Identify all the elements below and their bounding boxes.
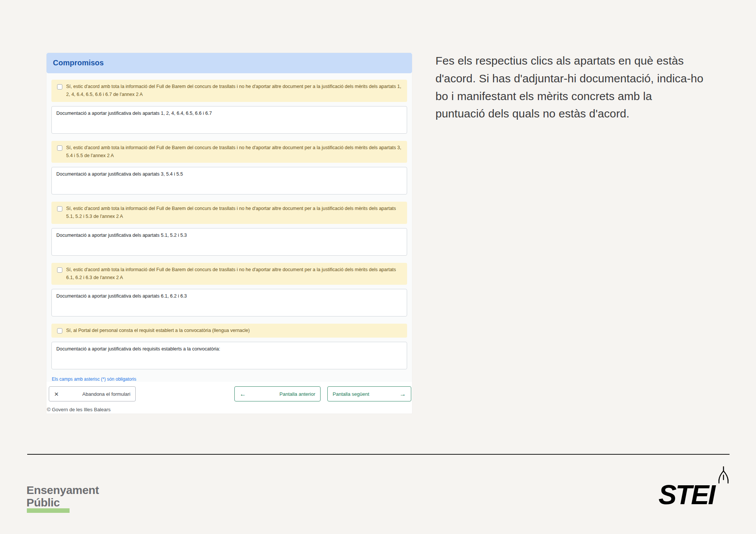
page-title: Compromisos — [53, 59, 104, 67]
checkbox[interactable] — [57, 328, 62, 333]
checkbox[interactable] — [57, 145, 62, 151]
form-section-header: Compromisos — [46, 53, 412, 73]
checkbox[interactable] — [57, 267, 62, 273]
abandon-form-button[interactable]: ✕ Abandona el formulari — [49, 386, 136, 401]
agreement-label: Sí, estic d'acord amb tota la informació… — [66, 205, 402, 221]
agreement-option[interactable]: Sí, estic d'acord amb tota la informació… — [51, 263, 407, 285]
commitment-group: Sí, estic d'acord amb tota la informació… — [51, 263, 407, 317]
agreement-option[interactable]: Sí, estic d'acord amb tota la informació… — [51, 80, 407, 102]
checkbox[interactable] — [57, 206, 62, 211]
form-screenshot: Compromisos Sí, estic d'acord amb tota l… — [46, 53, 412, 414]
agreement-option[interactable]: Sí, al Portal del personal consta el req… — [51, 324, 407, 338]
agreement-option[interactable]: Sí, estic d'acord amb tota la informació… — [51, 141, 407, 163]
commitment-group: Sí, estic d'acord amb tota la informació… — [51, 141, 407, 195]
agreement-option[interactable]: Sí, estic d'acord amb tota la informació… — [51, 202, 407, 224]
form-body: Sí, estic d'acord amb tota la informació… — [46, 73, 412, 382]
documentation-textarea[interactable]: Documentació a aportar justificativa del… — [51, 167, 407, 194]
agreement-label: Sí, estic d'acord amb tota la informació… — [66, 144, 402, 160]
close-icon: ✕ — [54, 391, 59, 397]
documentation-textarea[interactable]: Documentació a aportar justificativa del… — [51, 228, 407, 256]
arrow-left-icon: ← — [240, 391, 246, 397]
slide-instruction-text: Fes els respectius clics als apartats en… — [435, 52, 705, 123]
form-footer: ✕ Abandona el formulari ← Pantalla anter… — [46, 382, 412, 414]
next-screen-button[interactable]: Pantalla següent → — [327, 386, 411, 401]
agreement-label: Sí, al Portal del personal consta el req… — [66, 327, 250, 335]
commitment-group: Sí, estic d'acord amb tota la informació… — [51, 80, 407, 134]
previous-screen-button[interactable]: ← Pantalla anterior — [234, 386, 321, 401]
documentation-textarea[interactable]: Documentació a aportar justificativa del… — [51, 289, 407, 316]
abandon-form-label: Abandona el formulari — [82, 391, 130, 397]
documentation-textarea[interactable]: Documentació a aportar justificativa del… — [51, 342, 407, 369]
stei-logo-text: STEI — [658, 482, 714, 508]
agreement-label: Sí, estic d'acord amb tota la informació… — [66, 83, 402, 99]
brand-line-2: Públic — [26, 496, 99, 509]
documentation-textarea[interactable]: Documentació a aportar justificativa del… — [51, 106, 407, 134]
footer-divider — [27, 454, 730, 455]
agreement-label: Sí, estic d'acord amb tota la informació… — [66, 266, 402, 282]
required-fields-note: Els camps amb asterisc (*) són obligator… — [52, 377, 407, 382]
brand-line-1: Ensenyament — [26, 484, 99, 496]
copyright-text: © Govern de les Illes Balears — [47, 401, 411, 414]
commitment-group: Sí, estic d'acord amb tota la informació… — [51, 202, 407, 256]
previous-screen-label: Pantalla anterior — [279, 391, 315, 397]
button-row: ✕ Abandona el formulari ← Pantalla anter… — [49, 386, 411, 401]
checkbox[interactable] — [57, 84, 62, 90]
next-screen-label: Pantalla següent — [333, 391, 369, 397]
commitment-group: Sí, al Portal del personal consta el req… — [51, 324, 407, 369]
brand-green-bar — [27, 508, 70, 513]
stei-logo: STEI — [658, 471, 734, 508]
ensenyament-public-logo: Ensenyament Públic — [26, 484, 99, 509]
arrow-right-icon: → — [400, 391, 406, 397]
pen-nib-icon — [717, 466, 730, 487]
